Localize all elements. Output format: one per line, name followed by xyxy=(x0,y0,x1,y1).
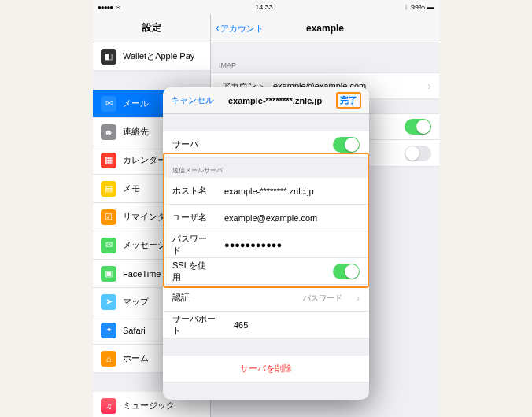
facetime-icon: ▣ xyxy=(101,266,116,282)
battery-icon: ▬ xyxy=(427,3,434,11)
home-icon: ⌂ xyxy=(101,351,116,367)
server-row: サーバ xyxy=(163,131,369,158)
calendar-icon: ▦ xyxy=(101,153,116,168)
delete-server-button[interactable]: サーバを削除 xyxy=(163,356,369,382)
status-time: 14:33 xyxy=(255,3,273,11)
messages-icon: ✉ xyxy=(101,238,116,253)
server-toggle[interactable] xyxy=(333,137,360,153)
contacts-icon: ☻ xyxy=(101,124,116,140)
outgoing-section-header: 送信メールサーバ xyxy=(163,158,369,178)
detail-title: example xyxy=(306,23,344,34)
battery-pct: 99% xyxy=(411,3,425,11)
sidebar-title: 設定 xyxy=(93,14,210,42)
ssl-row: SSLを使用 xyxy=(163,258,369,285)
reminders-icon: ☑ xyxy=(101,209,116,225)
imap-section-header: IMAP xyxy=(211,57,439,72)
chevron-right-icon: › xyxy=(357,292,360,304)
music-icon: ♫ xyxy=(101,398,116,414)
mail-icon: ✉ xyxy=(101,96,116,112)
ssl-toggle[interactable] xyxy=(333,264,360,279)
wallet-icon: ◧ xyxy=(101,49,116,65)
wifi-icon: ᯤ xyxy=(116,3,124,12)
port-row[interactable]: サーバポート465 xyxy=(163,312,369,338)
bluetooth-icon: ᛒ xyxy=(405,4,408,11)
chevron-right-icon: › xyxy=(427,79,431,92)
smtp-modal: キャンセル example-********.znlc.jp 完了 サーバ 送信… xyxy=(163,87,369,400)
chevron-left-icon: ‹ xyxy=(216,21,220,34)
auth-row[interactable]: 認証パスワード› xyxy=(163,285,369,312)
done-button[interactable]: 完了 xyxy=(336,92,361,109)
sidebar-item-wallet[interactable]: ◧ WalletとApple Pay xyxy=(93,42,210,71)
host-row[interactable]: ホスト名example-********.znlc.jp xyxy=(163,178,369,205)
signal-icon: ●●●●● xyxy=(98,4,113,11)
user-row[interactable]: ユーザ名example@example.com xyxy=(163,205,369,231)
toggle-switch[interactable] xyxy=(405,146,431,161)
modal-title: example-********.znlc.jp xyxy=(228,96,322,105)
notes-icon: ▤ xyxy=(101,181,116,197)
password-row[interactable]: パスワード●●●●●●●●●●● xyxy=(163,231,369,258)
toggle-switch[interactable] xyxy=(405,119,431,135)
back-button[interactable]: ‹アカウント xyxy=(216,21,264,35)
safari-icon: ✦ xyxy=(101,323,116,338)
status-bar: ●●●●● ᯤ 14:33 ᛒ 99% ▬ xyxy=(93,0,439,14)
maps-icon: ➤ xyxy=(101,294,116,310)
cancel-button[interactable]: キャンセル xyxy=(171,94,214,106)
